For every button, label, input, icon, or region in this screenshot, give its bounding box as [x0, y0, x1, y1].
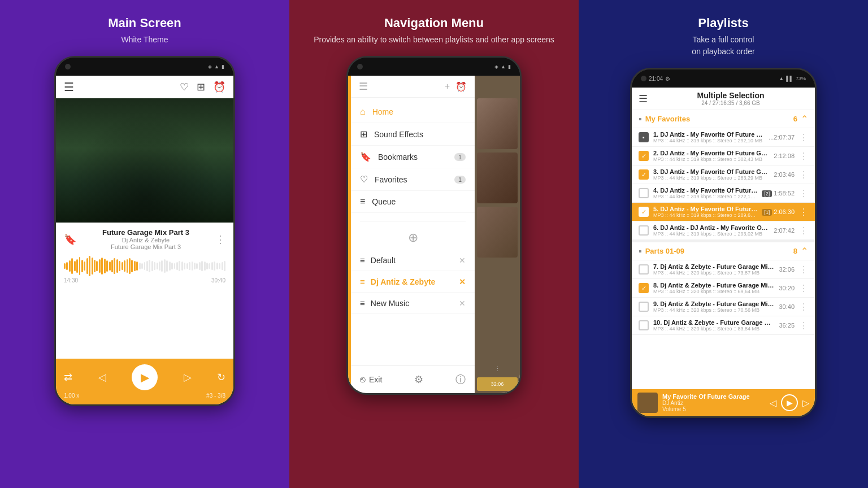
- track-info-7: 7. Dj Antiz & Zebyte - Future Garage Mix…: [653, 263, 774, 276]
- track-3[interactable]: ✓ 3. DJ Antiz - My Favorite Of Future Ga…: [632, 165, 815, 184]
- prev-icon[interactable]: ◁: [98, 371, 106, 384]
- section-1-icon: ▪: [639, 114, 642, 124]
- next-icon[interactable]: ▷: [184, 371, 192, 384]
- phone-1-screen: ☰ ♡ ⊞ ⏰ Dj Antiz & Zebyte – Future Garag…: [56, 76, 233, 404]
- track-1[interactable]: ▪ 1. DJ Antiz - My Favorite Of Future Ga…: [632, 128, 815, 147]
- favorites-icon: ♡: [360, 174, 368, 185]
- np-play-button[interactable]: ▶: [781, 394, 798, 411]
- panel3-title: Playlists: [698, 16, 748, 30]
- track-6[interactable]: 6. DJ Antiz - DJ Antiz - My Favorite Of …: [632, 221, 815, 240]
- signal-icon-2: ◈: [494, 64, 498, 69]
- track-dots-10[interactable]: ⋮: [799, 320, 808, 331]
- track-dots-3[interactable]: ⋮: [799, 169, 808, 180]
- exit-button[interactable]: ⎋ Exit: [360, 374, 382, 385]
- track-dots-7[interactable]: ⋮: [799, 264, 808, 275]
- checkbox-6[interactable]: [639, 225, 649, 236]
- track-time-7: 32:06: [779, 266, 795, 273]
- track-name-8: 8. Dj Antiz & Zebyte - Future Garage Mix…: [653, 282, 774, 289]
- settings-icon[interactable]: ⚙: [414, 373, 423, 386]
- play-button[interactable]: ▶: [132, 364, 158, 390]
- track-info-6: 6. DJ Antiz - DJ Antiz - My Favorite Of …: [653, 224, 769, 237]
- album-thumb-2: [477, 152, 518, 203]
- track-dots-4[interactable]: ⋮: [799, 188, 808, 199]
- heart-icon[interactable]: ♡: [180, 81, 189, 93]
- checkbox-5[interactable]: ✓: [639, 207, 649, 217]
- nav-item-favorites[interactable]: ♡ Favorites 1: [351, 168, 475, 191]
- track-info-5: 5. DJ Antiz - My Favorite Of Future... M…: [653, 206, 757, 218]
- player-controls: ⇄ ◁ ▶ ▷ ↻: [64, 364, 225, 390]
- track-meta-8: MP3 :: 44 kHz :: 320 kbps :: Stereo :: 6…: [653, 289, 774, 294]
- badge-4: [2]: [762, 190, 772, 197]
- hamburger-icon-3[interactable]: ☰: [639, 93, 648, 105]
- info-icon[interactable]: ⓘ: [455, 373, 466, 386]
- repeat-icon[interactable]: ↻: [217, 371, 225, 384]
- track-2[interactable]: ✓ 2. DJ Antiz - My Favorite Of Future Ga…: [632, 147, 815, 165]
- track-7[interactable]: 7. Dj Antiz & Zebyte - Future Garage Mix…: [632, 260, 815, 279]
- track-meta-1: MP3 :: 44 kHz :: 319 kbps :: Stereo :: 2…: [653, 138, 764, 143]
- track-dots-8[interactable]: ⋮: [799, 283, 808, 294]
- nav-item-sound-effects[interactable]: ⊞ Sound Effects: [351, 123, 475, 146]
- section-my-favorites[interactable]: ▪ My Favorites 6 ⌃: [632, 110, 815, 128]
- track-10[interactable]: 10. Dj Antiz & Zebyte - Future Garage Mi…: [632, 316, 815, 335]
- track-8[interactable]: ✓ 8. Dj Antiz & Zebyte - Future Garage M…: [632, 279, 815, 298]
- clock-icon-2[interactable]: ⏰: [455, 81, 467, 92]
- checkbox-10[interactable]: [639, 320, 649, 330]
- track-dots-6[interactable]: ⋮: [799, 225, 808, 236]
- track-name-1: 1. DJ Antiz - My Favorite Of Future Gara…: [653, 131, 764, 138]
- track-time-8: 30:20: [779, 285, 795, 291]
- album-thumbs: [477, 98, 518, 361]
- section-1-count: 6: [793, 115, 797, 123]
- phone-2: ◈ ▲ ▮ ☰ + ⏰ ⌂ H: [346, 56, 522, 395]
- nav-item-queue[interactable]: ≡ Queue: [351, 191, 475, 213]
- track-9[interactable]: 9. Dj Antiz & Zebyte - Future Garage Mix…: [632, 298, 815, 316]
- playlist-label-default: Default: [371, 256, 396, 265]
- equalizer-icon[interactable]: ⊞: [197, 81, 205, 93]
- close-active-icon[interactable]: ✕: [459, 277, 466, 286]
- track-dots-9[interactable]: ⋮: [799, 302, 808, 312]
- playlist-item-active[interactable]: ≡ Dj Antiz & Zebyte ✕: [351, 271, 475, 293]
- hamburger-icon-2[interactable]: ☰: [359, 80, 368, 93]
- checkbox-7[interactable]: [639, 264, 649, 274]
- checkbox-9[interactable]: [639, 302, 649, 312]
- more-options-icon[interactable]: ⋮: [215, 233, 225, 246]
- nav-item-bookmarks[interactable]: 🔖 Bookmarks 1: [351, 146, 475, 168]
- checkbox-1[interactable]: ▪: [639, 132, 649, 142]
- section-parts[interactable]: ▪ Parts 01-09 8 ⌃: [632, 240, 815, 260]
- shuffle-icon[interactable]: ⇄: [64, 371, 72, 384]
- track-dots-2[interactable]: ⋮: [799, 151, 808, 162]
- playlist-item-new-music[interactable]: ≡ New Music ✕: [351, 293, 475, 314]
- track-dots-5[interactable]: ⋮: [799, 207, 808, 217]
- nav-label-favorites: Favorites: [375, 175, 407, 184]
- nav-item-home[interactable]: ⌂ Home: [351, 101, 475, 123]
- add-icon[interactable]: +: [445, 81, 450, 92]
- close-new-music-icon[interactable]: ✕: [459, 299, 466, 308]
- close-default-icon[interactable]: ✕: [459, 256, 466, 265]
- checkbox-2[interactable]: ✓: [639, 151, 649, 161]
- checkbox-8[interactable]: ✓: [639, 283, 649, 293]
- checkbox-4[interactable]: [639, 188, 649, 198]
- np-next-icon[interactable]: ▷: [802, 398, 809, 408]
- track-dots-1[interactable]: ⋮: [799, 132, 808, 143]
- hamburger-icon[interactable]: ☰: [64, 80, 74, 94]
- playlist-icon-default: ≡: [360, 255, 365, 265]
- playlist-item-default[interactable]: ≡ Default ✕: [351, 250, 475, 271]
- queue-info: #3 - 3/8: [206, 393, 225, 399]
- checkbox-3[interactable]: ✓: [639, 169, 649, 180]
- add-playlist-button[interactable]: ⊕: [351, 226, 475, 250]
- track-info-9: 9. Dj Antiz & Zebyte - Future Garage Mix…: [653, 300, 774, 313]
- phone-1: ◈ ▲ ▮ ☰ ♡ ⊞ ⏰ Dj Antiz & Zebyte – Fu: [54, 56, 235, 406]
- track-meta-4: MP3 :: 44 kHz :: 319 kbps :: Stereo :: 2…: [653, 194, 757, 199]
- track-info-10: 10. Dj Antiz & Zebyte - Future Garage Mi…: [653, 319, 774, 332]
- waveform[interactable]: [56, 252, 233, 277]
- bookmark-icon[interactable]: 🔖: [64, 233, 76, 246]
- camera-dot-3: [641, 76, 646, 81]
- track-4[interactable]: 4. DJ Antiz - My Favorite Of Future ... …: [632, 184, 815, 203]
- nav-list: ⌂ Home ⊞ Sound Effects 🔖 Bookmarks 1 ♡: [351, 98, 475, 216]
- np-prev-icon[interactable]: ◁: [770, 398, 776, 408]
- bookmarks-badge: 1: [454, 153, 466, 161]
- now-playing-bar[interactable]: My Favorite Of Future Garage DJ Antiz Vo…: [632, 389, 815, 416]
- nav-label-home: Home: [372, 107, 393, 116]
- track-5[interactable]: ✓ 5. DJ Antiz - My Favorite Of Future...…: [632, 203, 815, 221]
- clock-icon[interactable]: ⏰: [213, 81, 225, 93]
- signal-bars-icon: ▌▌: [786, 76, 793, 81]
